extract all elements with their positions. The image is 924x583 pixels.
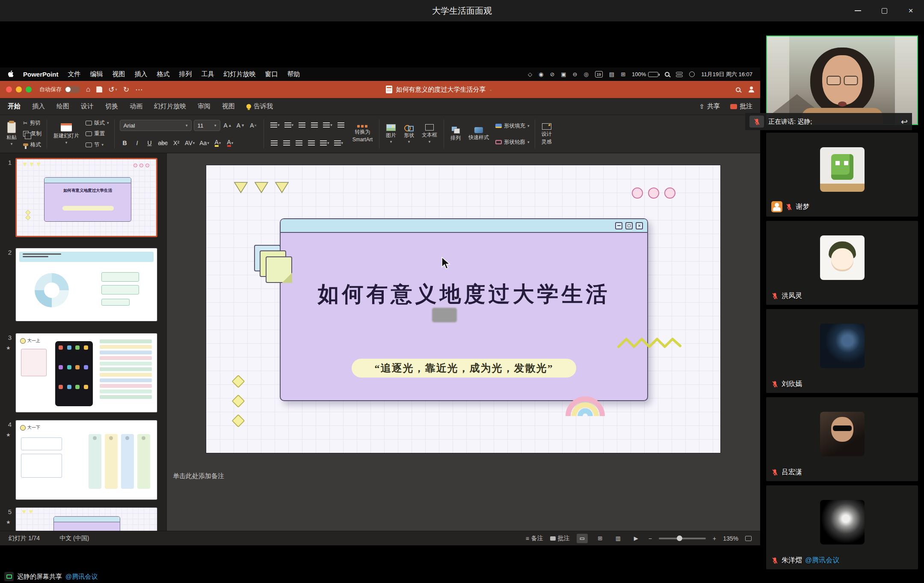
close-traffic-button[interactable] [6,86,12,92]
textbox-button[interactable]: 文本框 ▾ [420,118,439,150]
bold-button[interactable]: B [120,138,130,148]
numbering-button[interactable]: ▾ [283,120,295,130]
align-center-button[interactable] [281,138,292,148]
menubar-clock[interactable]: 11月19日 周六 16:07 [701,71,752,78]
battery-indicator[interactable]: 100% [632,71,658,77]
menu-view[interactable]: 视图 [113,70,125,78]
change-case-button[interactable]: Aa▾ [198,138,210,148]
columns-button[interactable] [336,120,346,130]
increase-font-button[interactable]: A▲ [222,120,233,131]
participant-tile-3[interactable]: 刘欣嫣 [766,309,918,393]
reply-arrow-icon[interactable]: ↩ [901,117,908,127]
menu-edit[interactable]: 编辑 [90,70,103,78]
status-extra-icon-2[interactable]: ◉ [539,71,543,77]
slide-quote[interactable]: “追逐光，靠近光，成为光，发散光” [352,359,576,378]
zoom-traffic-button[interactable] [26,86,32,92]
active-speaker-video[interactable] [766,36,918,125]
participant-tile-4[interactable]: 吕宏潇 [766,397,918,481]
strikethrough-button[interactable]: abc [157,138,169,148]
more-commands-button[interactable]: ⋯ [135,85,142,94]
menu-insert[interactable]: 插入 [135,70,148,78]
tab-tellme[interactable]: 告诉我 [246,102,273,110]
autosave-control[interactable]: 自动保存 [39,86,80,93]
shape-outline-button[interactable]: 形状轮廓▾ [495,138,530,146]
outdent-button[interactable] [297,120,307,130]
align-left-button[interactable] [269,138,279,148]
tab-slideshow[interactable]: 幻灯片放映 [154,102,186,110]
section-button[interactable]: 节▾ [85,141,110,149]
menu-file[interactable]: 文件 [68,70,81,78]
highlight-button[interactable]: A▾ [213,138,223,148]
font-color-button[interactable]: A▾ [225,138,235,148]
slide-title[interactable]: 如何有意义地度过大学生活 [281,280,647,309]
tab-view[interactable]: 视图 [222,102,235,110]
slide-thumbnail-2[interactable] [15,248,157,321]
menu-help[interactable]: 帮助 [287,70,300,78]
arrange-button[interactable]: 排列 [448,118,463,150]
document-title-area[interactable]: 如何有意义的度过大学生活分享 ⌄ [148,86,730,94]
minimize-traffic-button[interactable] [16,86,22,92]
slideshow-button[interactable]: ▶ [631,534,642,543]
account-icon[interactable] [748,86,754,92]
tab-transitions[interactable]: 切换 [105,102,118,110]
autosave-toggle[interactable] [65,86,80,93]
slide-canvas[interactable]: × 如何有意义地度过大学生活 “追逐光，靠近光，成为光，发散光” [206,165,720,453]
participant-tile-2[interactable]: 洪凤灵 [766,221,918,305]
character-spacing-button[interactable]: AV▾ [184,138,196,148]
indent-button[interactable] [309,120,320,130]
convert-smartart-button[interactable]: 转换为 SmartArt [350,118,375,150]
tab-review[interactable]: 审阅 [198,102,210,110]
speaker-mic-box[interactable] [749,116,764,128]
participant-tile-5[interactable]: 朱洋熠 @腾讯会议 [766,485,918,569]
italic-button[interactable]: I [132,138,142,148]
status-extra-icon-7[interactable]: ▤ [609,71,614,77]
spotlight-search-icon[interactable] [665,72,669,77]
superscript-button[interactable]: X² [171,138,181,148]
slide-thumbnail-5[interactable] [15,507,157,531]
menu-slideshow[interactable]: 幻灯片放映 [224,70,256,78]
tab-home[interactable]: 开始 [8,102,21,110]
screen-share-suffix[interactable]: @腾讯会议 [65,573,98,581]
text-direction-button[interactable]: ▾ [319,138,331,148]
apple-menu[interactable] [8,70,14,79]
menu-tools[interactable]: 工具 [201,70,214,78]
underline-button[interactable]: U [145,138,155,148]
slide-thumbnail-1[interactable]: 如何有意义地度过大学生活 [15,158,157,237]
menubar-app-name[interactable]: PowerPoint [23,71,59,78]
reset-button[interactable]: 重置 [85,130,110,138]
layout-button[interactable]: 版式▾ [85,119,110,127]
comments-toggle-button[interactable]: 批注 [550,535,570,542]
font-size-select[interactable]: 11▾ [194,120,220,131]
slide-thumbnail-panel[interactable]: 1 2 3 ★ 4 ★ 5 ★ 如何有意义地度过大学生活 [0,153,167,531]
input-source-icon[interactable] [689,71,695,77]
bullets-button[interactable]: ▾ [269,120,281,130]
menu-window[interactable]: 窗口 [265,70,278,78]
control-center-icon[interactable] [676,72,683,77]
tab-design[interactable]: 设计 [81,102,94,110]
reading-view-button[interactable]: ▥ [613,534,624,543]
copy-button[interactable]: 复制 [22,130,42,138]
zoom-level[interactable]: 135% [723,535,738,542]
shape-fill-button[interactable]: 形状填充▾ [495,122,530,130]
home-button[interactable]: ⌂ [86,85,90,94]
status-extra-icon-1[interactable]: ◇ [528,71,532,77]
shapes-button[interactable]: 形状 ▾ [402,118,416,150]
participant-tile-1[interactable]: 谢梦 [766,133,918,217]
close-button[interactable]: × [897,0,924,21]
slide-counter[interactable]: 幻灯片 1/74 [9,535,40,542]
align-right-button[interactable] [294,138,304,148]
slide-sorter-view-button[interactable]: ⊞ [595,534,606,543]
status-extra-icon-5[interactable]: ⊖ [573,71,578,77]
justify-button[interactable] [306,138,317,148]
align-text-button[interactable]: ▾ [333,138,345,148]
undo-button[interactable]: ↺▾ [108,85,117,94]
zoom-slider-knob[interactable] [677,535,682,541]
normal-view-button[interactable]: ▭ [577,534,588,543]
notes-placeholder[interactable]: 单击此处添加备注 [173,472,224,480]
maximize-button[interactable] [871,0,897,21]
redo-button[interactable]: ↻ [123,85,129,94]
comments-button[interactable]: 批注 [730,102,752,110]
notes-toggle-button[interactable]: ≡备注 [526,535,543,542]
participant-name-suffix[interactable]: @腾讯会议 [805,556,839,565]
calendar-icon[interactable]: 19 [595,71,603,77]
